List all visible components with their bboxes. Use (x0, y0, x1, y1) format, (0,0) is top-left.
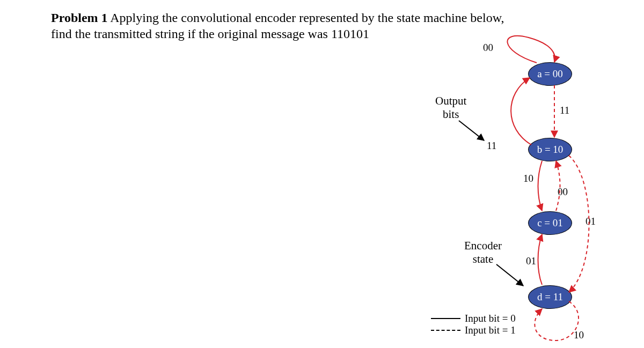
state-c-label: c = 01 (537, 217, 563, 229)
legend-solid-line-icon (431, 318, 460, 319)
edge-d-loop-label: 10 (574, 329, 584, 341)
edge-a-to-b-label: 11 (560, 105, 569, 116)
edge-d-to-c-label: 01 (526, 255, 536, 267)
legend: Input bit = 0 Input bit = 1 (431, 313, 516, 336)
output-bits-line2: bits (443, 108, 459, 121)
state-c: c = 01 (528, 211, 572, 235)
edge-b-to-d-label: 01 (586, 216, 596, 227)
state-b: b = 10 (528, 138, 572, 161)
edge-b-to-c-label: 10 (523, 173, 533, 184)
problem-text-2: find the transmitted string if the origi… (51, 27, 369, 41)
problem-title: Problem 1 Applying the convolutional enc… (51, 10, 588, 42)
state-a-label: a = 00 (537, 68, 563, 80)
output-bits-line1: Output (435, 94, 466, 107)
legend-input1-label: Input bit = 1 (465, 324, 516, 336)
state-a: a = 00 (528, 62, 572, 86)
encoder-state-annotation: Encoder state (464, 239, 502, 266)
problem-text-1: Applying the convolutional encoder repre… (110, 11, 504, 25)
state-b-label: b = 10 (537, 144, 564, 156)
state-d: d = 11 (528, 285, 572, 309)
legend-row-1: Input bit = 1 (431, 324, 516, 336)
encoder-state-line2: state (473, 253, 493, 265)
legend-input0-label: Input bit = 0 (465, 313, 516, 324)
edge-a-loop-label: 00 (483, 42, 493, 54)
output-bits-annotation: Output bits (435, 94, 466, 121)
legend-dashed-line-icon (431, 330, 460, 331)
edge-b-to-a-label: 11 (487, 140, 496, 152)
legend-row-0: Input bit = 0 (431, 313, 516, 324)
encoder-state-line1: Encoder (464, 239, 502, 252)
page: Problem 1 Applying the convolutional enc… (0, 0, 644, 348)
edge-c-to-b-label: 00 (558, 186, 568, 198)
state-d-label: d = 11 (537, 291, 563, 303)
problem-label: Problem 1 (51, 11, 108, 25)
